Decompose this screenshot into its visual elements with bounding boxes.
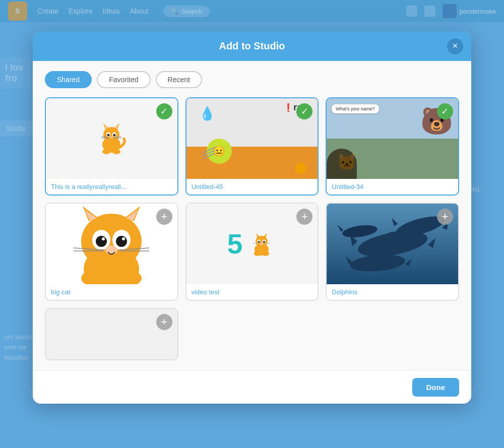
svg-point-16 <box>102 149 110 154</box>
project-card-1[interactable]: ✓ <box>45 97 178 196</box>
project-card-3[interactable]: ✓ 🐻 🐱 What's your name? Untitled-34 <box>326 97 459 196</box>
project-card-4[interactable]: + <box>45 203 178 301</box>
projects-grid: ✓ <box>45 97 459 360</box>
modal-header: Add to Studio × <box>33 31 471 61</box>
project-title-5: video test <box>186 284 318 300</box>
project-thumbnail-2: ✓ ❗rain 💧 😐 🕷️ <box>186 98 318 179</box>
svg-point-17 <box>112 149 120 154</box>
svg-point-43 <box>258 241 260 243</box>
selected-check-3: ✓ <box>437 103 453 119</box>
svg-point-8 <box>107 134 110 137</box>
svg-point-44 <box>263 241 265 243</box>
svg-point-49 <box>262 251 269 256</box>
svg-point-30 <box>105 245 117 254</box>
project-card-5[interactable]: + 5 <box>185 203 319 301</box>
project-card-7[interactable]: + <box>45 308 178 360</box>
project-title-3: Untitled-34 <box>327 179 458 195</box>
svg-point-9 <box>113 134 116 137</box>
svg-point-45 <box>260 243 263 245</box>
svg-point-19 <box>81 214 142 269</box>
svg-point-1 <box>103 127 119 142</box>
svg-point-28 <box>102 237 105 240</box>
add-button-5[interactable]: + <box>296 209 312 225</box>
project-thumbnail-4: + <box>46 204 177 284</box>
tab-recent[interactable]: Recent <box>156 71 202 88</box>
selected-check-1: ✓ <box>156 103 172 119</box>
rain-coin <box>295 163 306 174</box>
modal-body: Shared Favorited Recent ✓ <box>33 61 471 370</box>
add-button-6[interactable]: + <box>437 209 453 225</box>
number-sprite: 5 <box>227 228 243 260</box>
tab-bar: Shared Favorited Recent <box>45 71 459 88</box>
bear-silhouette <box>327 149 357 179</box>
rain-drop: 💧 <box>199 106 215 121</box>
big-cat-image <box>64 204 159 284</box>
project-title-4: big cat <box>46 284 177 300</box>
rain-scratches <box>202 148 216 159</box>
svg-point-26 <box>96 236 107 247</box>
modal-footer: Done <box>33 370 471 404</box>
project-thumbnail-7: + <box>46 309 177 359</box>
tab-favorited[interactable]: Favorited <box>97 71 150 88</box>
tab-shared[interactable]: Shared <box>45 71 92 88</box>
svg-point-27 <box>116 236 127 247</box>
project-card-2[interactable]: ✓ ❗rain 💧 😐 🕷️ <box>185 97 319 196</box>
svg-point-38 <box>256 236 268 247</box>
rain-emoji: ❗ <box>283 103 293 112</box>
scratch-cat-image-1 <box>91 118 132 159</box>
project-title-1: This is a reallyreallyreall... <box>46 179 177 195</box>
svg-point-48 <box>254 251 261 256</box>
project-thumbnail-3: ✓ 🐻 🐱 What's your name? <box>327 98 458 179</box>
modal-title: Add to Studio <box>219 40 285 52</box>
modal-close-button[interactable]: × <box>447 38 463 54</box>
project-thumbnail-5: + 5 <box>186 204 318 284</box>
add-to-studio-modal: Add to Studio × Shared Favorited Recent … <box>33 31 471 404</box>
project-thumbnail-6: + <box>327 204 458 284</box>
project-title-6: Dolphins <box>327 284 458 300</box>
project-thumbnail-1: ✓ <box>46 98 177 179</box>
small-cat-video <box>246 230 277 258</box>
project-card-6[interactable]: + <box>326 203 459 301</box>
speech-bubble: What's your name? <box>332 104 379 113</box>
project-title-2: Untitled-45 <box>186 179 318 195</box>
add-button-7[interactable]: + <box>156 314 172 330</box>
add-button-4[interactable]: + <box>156 209 172 225</box>
done-button[interactable]: Done <box>412 378 460 397</box>
svg-point-29 <box>122 237 125 240</box>
